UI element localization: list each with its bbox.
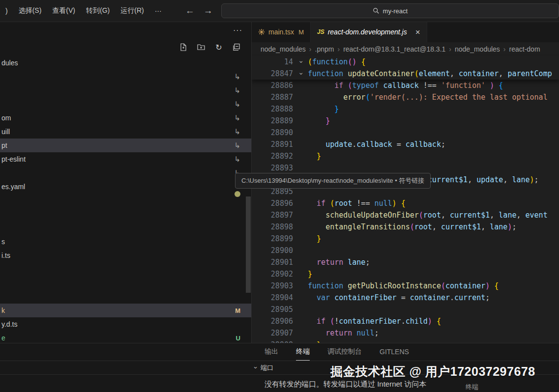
breadcrumb-item[interactable]: .pnpm — [315, 45, 334, 53]
sidebar-scrollbar[interactable] — [246, 196, 251, 293]
menu-item[interactable]: 运行(R) — [115, 4, 149, 17]
new-file-icon[interactable] — [178, 42, 188, 52]
tree-row[interactable]: ↳ — [0, 97, 251, 111]
panel-tab-终端[interactable]: 终端 — [296, 343, 310, 361]
fold-icon[interactable]: › — [295, 58, 308, 66]
code-text: entangleTransitions(root, current$1, lan… — [308, 223, 516, 231]
code-text: (function() { — [308, 57, 365, 66]
status-dot — [235, 191, 240, 197]
file-label: i.ts — [1, 252, 10, 259]
file-label: om — [1, 114, 11, 122]
code-line: 28887 error('render(...): Expected the l… — [252, 91, 559, 103]
code-text: if (!containerFiber.child) { — [308, 317, 441, 326]
line-number: 14 — [252, 57, 295, 66]
breadcrumb-item[interactable]: node_modules — [455, 45, 500, 53]
tree-row[interactable]: s — [0, 235, 251, 249]
new-folder-icon[interactable] — [196, 42, 206, 52]
line-number: 28899 — [252, 234, 295, 243]
breadcrumb-separator-icon: › — [503, 45, 506, 53]
panel-tab-bar: 输出终端调试控制台GITLENS — [0, 343, 559, 361]
command-center-search[interactable]: my-react — [221, 3, 559, 18]
back-arrow-icon[interactable]: ← — [181, 4, 199, 17]
tree-row[interactable]: y.d.ts — [0, 317, 251, 331]
tree-row[interactable]: om↳ — [0, 111, 251, 125]
panel-tab-GITLENS[interactable]: GITLENS — [380, 343, 409, 361]
fold-icon[interactable]: › — [295, 70, 308, 78]
breadcrumb-item[interactable]: react-dom — [509, 45, 540, 53]
file-label: k — [1, 307, 5, 314]
explorer-toolbar: ↻ — [0, 39, 251, 55]
tree-row[interactable]: i.ts — [0, 249, 251, 262]
tree-row[interactable] — [0, 194, 251, 207]
tab-modified-badge: M — [298, 28, 304, 36]
refresh-icon[interactable]: ↻ — [214, 42, 224, 52]
chevron-down-icon: › — [297, 72, 305, 76]
code-text: return null; — [308, 329, 379, 337]
file-label: pt-eslint — [1, 155, 26, 163]
tree-row[interactable]: pt↳ — [0, 139, 251, 152]
code-text: if (typeof callback !== 'function' ) { — [308, 81, 503, 90]
chevron-down-icon: › — [297, 60, 305, 64]
file-label: y.d.ts — [1, 320, 17, 328]
tree-row[interactable]: uill↳ — [0, 125, 251, 139]
explorer-more-actions-icon[interactable]: ··· — [233, 26, 242, 35]
code-text: return lane; — [308, 258, 370, 267]
tree-row[interactable]: kM — [0, 304, 251, 317]
code-line: 28889 } — [252, 115, 559, 127]
code-text: } — [308, 234, 321, 243]
code-lines: 28886 if (typeof callback !== 'function'… — [252, 80, 559, 343]
code-line: 28907 return null; — [252, 327, 559, 339]
tree-row[interactable]: pt-eslint↳ — [0, 152, 251, 166]
line-number: 28905 — [252, 305, 295, 314]
code-line: 28892 } — [252, 150, 559, 162]
close-icon[interactable]: × — [415, 28, 420, 36]
file-label: pt — [1, 141, 7, 149]
code-text: scheduleUpdateOnFiber(root, current$1, l… — [308, 211, 548, 220]
tree-row[interactable] — [0, 207, 251, 221]
code-line: 28905 — [252, 304, 559, 315]
breadcrumb-item[interactable]: react-dom@18.3.1_react@18.3.1 — [343, 45, 445, 53]
terminal-label[interactable]: 终端 — [466, 383, 478, 392]
code-text: } — [308, 152, 321, 161]
tree-row[interactable] — [0, 290, 251, 304]
tree-row[interactable] — [0, 221, 251, 235]
menu-fragment: ) — [0, 5, 13, 17]
tree-row[interactable]: es.yaml — [0, 180, 251, 194]
explorer-tree: dules↳↳↳om↳uill↳pt↳pt-eslint↳↳es.yamlsi.… — [0, 56, 251, 343]
tree-row[interactable]: eU — [0, 331, 251, 343]
panel-tab-输出[interactable]: 输出 — [265, 343, 278, 361]
tree-row[interactable]: ↳ — [0, 84, 251, 97]
menu-item[interactable]: 转到(G) — [81, 4, 115, 17]
line-number: 28889 — [252, 116, 295, 125]
tree-row[interactable] — [0, 276, 251, 290]
tree-row[interactable]: ↳ — [0, 166, 251, 180]
menu-item[interactable]: 选择(S) — [13, 4, 47, 17]
line-number: 28896 — [252, 199, 295, 208]
symlink-icon: ↳ — [234, 86, 240, 95]
tab-bar: main.tsxMJSreact-dom.development.js× — [252, 22, 559, 42]
code-line: 28901 return lane; — [252, 256, 559, 268]
code-line: 28900 — [252, 245, 559, 256]
line-number: 28847 — [252, 69, 295, 78]
chevron-down-icon: › — [252, 366, 260, 368]
tab-main.tsx[interactable]: main.tsxM — [252, 22, 311, 42]
tab-react-dom.development.js[interactable]: JSreact-dom.development.js× — [311, 22, 427, 42]
line-number: 28907 — [252, 329, 295, 337]
menu-item[interactable]: ··· — [149, 5, 167, 17]
explorer-sidebar: ··· ↻ dules↳↳↳om↳uill↳pt↳pt-eslint↳↳es.y… — [0, 22, 252, 343]
code-text: if (root !== null) { — [308, 199, 406, 208]
tab-label: react-dom.development.js — [328, 28, 407, 36]
line-number: 28890 — [252, 128, 295, 137]
collapse-all-icon[interactable] — [232, 42, 241, 52]
git-badge: U — [236, 335, 240, 342]
forward-arrow-icon[interactable]: → — [199, 4, 217, 17]
tree-row[interactable]: ↳ — [0, 70, 251, 84]
tree-row[interactable]: dules — [0, 56, 251, 70]
tree-row[interactable] — [0, 262, 251, 276]
breadcrumb-item[interactable]: node_modules — [261, 45, 306, 53]
breadcrumb-separator-icon: › — [449, 45, 451, 53]
panel-tab-调试控制台[interactable]: 调试控制台 — [327, 343, 362, 361]
line-number: 28892 — [252, 152, 295, 161]
line-number: 28900 — [252, 246, 295, 255]
menu-item[interactable]: 查看(V) — [47, 4, 81, 17]
